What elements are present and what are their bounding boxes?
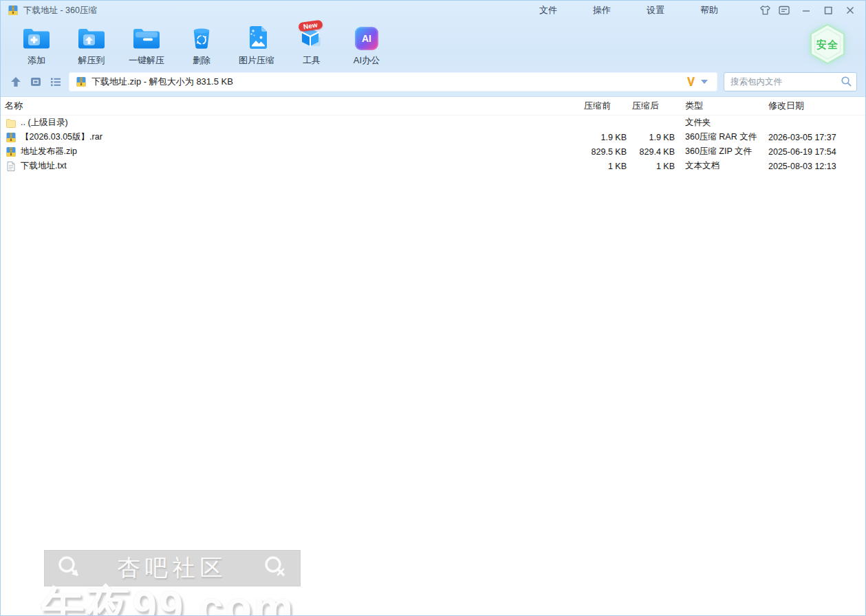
add-label: 添加 [28,54,45,67]
trash-recycle-icon [190,24,213,53]
chevron-down-icon [701,80,708,84]
ai-office-icon: AI [355,24,378,53]
folder-one-click-extract-icon [131,24,162,53]
extract-to-label: 解压到 [78,54,105,67]
file-list-area: 名称 压缩前 压缩后 类型 修改日期 .. (上级目录) 文件夹 【2026.0… [1,97,865,616]
file-name: 【2026.03.05版】.rar [21,131,102,143]
list-view-button[interactable] [49,76,63,88]
zip-archive-icon [6,146,17,157]
extract-to-button[interactable]: 解压到 [64,24,119,67]
one-click-extract-label: 一键解压 [129,54,164,67]
address-row: 下载地址.zip - 解包大小为 831.5 KB V [1,72,865,96]
folder-extract-to-icon [76,24,107,53]
minimize-button[interactable] [798,3,814,17]
search-box [724,72,857,91]
image-compress-label: 图片压缩 [239,54,274,67]
shirt-icon [759,4,772,16]
size-before: 1 KB [581,162,629,171]
rar-archive-icon [6,132,17,143]
file-name: 地址发布器.zip [21,146,77,157]
column-header-name[interactable]: 名称 [1,100,581,112]
minimize-icon [800,4,812,16]
maximize-icon [822,4,834,16]
app-window-360zip: 下载地址 - 360压缩 文件 操作 设置 帮助 [0,0,866,616]
search-icon[interactable] [841,76,852,87]
up-directory-button[interactable] [9,76,23,88]
size-after: 1 KB [629,162,677,171]
table-row-parent-dir[interactable]: .. (上级目录) 文件夹 [1,116,865,130]
image-compress-icon [243,24,270,53]
folder-add-icon [21,24,52,53]
delete-label: 删除 [193,54,210,67]
zip-archive-icon [76,76,87,87]
ai-office-label: AI办公 [354,54,380,67]
text-file-icon [6,161,17,172]
delete-button[interactable]: 删除 [174,24,229,67]
one-click-extract-button[interactable]: 一键解压 [119,24,174,67]
size-before: 829.5 KB [581,147,629,157]
column-header-size-after[interactable]: 压缩后 [629,100,677,112]
close-button[interactable] [842,3,858,17]
file-type: 文件夹 [677,117,763,129]
version-dropdown[interactable]: V [684,74,711,89]
menu-help[interactable]: 帮助 [700,1,718,19]
theme-skin-button[interactable] [757,3,773,17]
archive-path-bar[interactable]: 下载地址.zip - 解包大小为 831.5 KB V [69,72,717,91]
tools-button[interactable]: New 工具 [284,24,339,67]
view-mode-button[interactable] [29,76,43,88]
app-zip-icon [8,5,19,16]
column-header-type[interactable]: 类型 [677,100,763,112]
watermark-site-text: 午夜99.com [40,577,294,616]
add-button[interactable]: 添加 [9,24,64,67]
close-icon [844,4,856,16]
file-type: 360压缩 ZIP 文件 [677,146,763,157]
image-compress-button[interactable]: 图片压缩 [229,24,284,67]
search-input[interactable] [724,72,857,91]
file-name: .. (上级目录) [21,117,68,129]
menu-file[interactable]: 文件 [539,1,557,19]
v-logo-icon: V [687,76,695,88]
safe-status-badge[interactable]: 安全 [808,23,847,67]
folder-icon [6,118,17,129]
safe-badge-label: 安全 [816,38,838,52]
ai-office-button[interactable]: AI AI办公 [339,24,394,67]
menu-operation[interactable]: 操作 [593,1,611,19]
table-row-zip[interactable]: 地址发布器.zip 829.5 KB 829.4 KB 360压缩 ZIP 文件… [1,144,865,159]
feedback-message-icon [777,4,791,16]
list-view-icon [50,76,62,88]
feedback-button[interactable] [776,3,792,17]
table-row-txt[interactable]: 下载地址.txt 1 KB 1 KB 文本文档 2025-08-03 12:13 [1,159,865,173]
window-chrome: 下载地址 - 360压缩 文件 操作 设置 帮助 [1,1,865,97]
file-modified: 2026-03-05 17:37 [763,133,865,142]
up-arrow-icon [10,76,22,88]
titlebar: 下载地址 - 360压缩 文件 操作 设置 帮助 [1,1,865,20]
tools-label: 工具 [303,54,321,67]
size-after: 829.4 KB [629,147,677,157]
maximize-button[interactable] [820,3,836,17]
size-after: 1.9 KB [629,133,677,142]
table-header: 名称 压缩前 压缩后 类型 修改日期 [1,97,865,116]
window-title: 下载地址 - 360压缩 [23,5,97,16]
file-modified: 2025-08-03 12:13 [763,162,865,171]
thumbnail-view-icon [30,76,42,88]
table-row-rar[interactable]: 【2026.03.05版】.rar 1.9 KB 1.9 KB 360压缩 RA… [1,130,865,144]
toolbar: 添加 解压到 [1,20,865,72]
file-name: 下载地址.txt [21,160,67,172]
ai-icon-text: AI [362,33,371,44]
column-header-modified[interactable]: 修改日期 [763,100,865,112]
size-before: 1.9 KB [581,133,629,142]
file-modified: 2025-06-19 17:54 [763,147,865,157]
archive-path-text: 下载地址.zip - 解包大小为 831.5 KB [91,76,233,88]
tools-cube-icon: New [299,24,324,53]
file-type: 360压缩 RAR 文件 [677,131,763,143]
file-type: 文本文档 [677,160,763,172]
column-header-size-before[interactable]: 压缩前 [581,100,629,112]
menu-settings[interactable]: 设置 [647,1,664,19]
